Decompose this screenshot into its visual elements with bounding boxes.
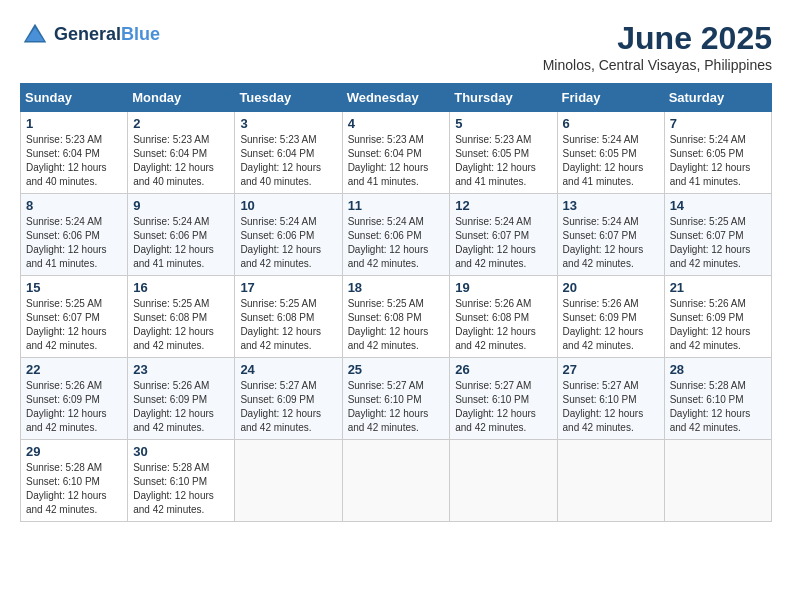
day-info: Sunrise: 5:24 AMSunset: 6:06 PMDaylight:…	[26, 215, 122, 271]
day-number: 7	[670, 116, 766, 131]
calendar-row: 22Sunrise: 5:26 AMSunset: 6:09 PMDayligh…	[21, 358, 772, 440]
calendar-cell: 13Sunrise: 5:24 AMSunset: 6:07 PMDayligh…	[557, 194, 664, 276]
calendar-row: 1Sunrise: 5:23 AMSunset: 6:04 PMDaylight…	[21, 112, 772, 194]
calendar-cell: 12Sunrise: 5:24 AMSunset: 6:07 PMDayligh…	[450, 194, 557, 276]
day-info: Sunrise: 5:25 AMSunset: 6:07 PMDaylight:…	[26, 297, 122, 353]
day-info: Sunrise: 5:28 AMSunset: 6:10 PMDaylight:…	[133, 461, 229, 517]
day-info: Sunrise: 5:24 AMSunset: 6:06 PMDaylight:…	[240, 215, 336, 271]
calendar-cell	[235, 440, 342, 522]
day-number: 5	[455, 116, 551, 131]
calendar-cell: 18Sunrise: 5:25 AMSunset: 6:08 PMDayligh…	[342, 276, 450, 358]
calendar-cell: 9Sunrise: 5:24 AMSunset: 6:06 PMDaylight…	[128, 194, 235, 276]
day-number: 24	[240, 362, 336, 377]
header-monday: Monday	[128, 84, 235, 112]
header-saturday: Saturday	[664, 84, 771, 112]
calendar-cell	[557, 440, 664, 522]
day-number: 3	[240, 116, 336, 131]
day-number: 23	[133, 362, 229, 377]
calendar-cell: 30Sunrise: 5:28 AMSunset: 6:10 PMDayligh…	[128, 440, 235, 522]
day-info: Sunrise: 5:24 AMSunset: 6:05 PMDaylight:…	[670, 133, 766, 189]
day-number: 10	[240, 198, 336, 213]
calendar-cell: 11Sunrise: 5:24 AMSunset: 6:06 PMDayligh…	[342, 194, 450, 276]
header-friday: Friday	[557, 84, 664, 112]
calendar-cell: 6Sunrise: 5:24 AMSunset: 6:05 PMDaylight…	[557, 112, 664, 194]
calendar-cell: 15Sunrise: 5:25 AMSunset: 6:07 PMDayligh…	[21, 276, 128, 358]
day-info: Sunrise: 5:27 AMSunset: 6:09 PMDaylight:…	[240, 379, 336, 435]
day-info: Sunrise: 5:23 AMSunset: 6:04 PMDaylight:…	[133, 133, 229, 189]
calendar-cell: 4Sunrise: 5:23 AMSunset: 6:04 PMDaylight…	[342, 112, 450, 194]
day-info: Sunrise: 5:25 AMSunset: 6:07 PMDaylight:…	[670, 215, 766, 271]
calendar-cell: 21Sunrise: 5:26 AMSunset: 6:09 PMDayligh…	[664, 276, 771, 358]
day-info: Sunrise: 5:26 AMSunset: 6:09 PMDaylight:…	[133, 379, 229, 435]
day-number: 14	[670, 198, 766, 213]
header-tuesday: Tuesday	[235, 84, 342, 112]
day-number: 11	[348, 198, 445, 213]
calendar-cell: 28Sunrise: 5:28 AMSunset: 6:10 PMDayligh…	[664, 358, 771, 440]
day-number: 17	[240, 280, 336, 295]
day-number: 26	[455, 362, 551, 377]
logo-text: GeneralBlue	[54, 24, 160, 46]
calendar-cell: 2Sunrise: 5:23 AMSunset: 6:04 PMDaylight…	[128, 112, 235, 194]
calendar-header-row: Sunday Monday Tuesday Wednesday Thursday…	[21, 84, 772, 112]
day-number: 4	[348, 116, 445, 131]
day-number: 21	[670, 280, 766, 295]
day-number: 13	[563, 198, 659, 213]
day-info: Sunrise: 5:23 AMSunset: 6:04 PMDaylight:…	[348, 133, 445, 189]
calendar-cell: 22Sunrise: 5:26 AMSunset: 6:09 PMDayligh…	[21, 358, 128, 440]
day-info: Sunrise: 5:24 AMSunset: 6:07 PMDaylight:…	[563, 215, 659, 271]
day-number: 2	[133, 116, 229, 131]
location-title: Minolos, Central Visayas, Philippines	[543, 57, 772, 73]
page-header: GeneralBlue June 2025 Minolos, Central V…	[20, 20, 772, 73]
calendar-row: 8Sunrise: 5:24 AMSunset: 6:06 PMDaylight…	[21, 194, 772, 276]
calendar-cell: 29Sunrise: 5:28 AMSunset: 6:10 PMDayligh…	[21, 440, 128, 522]
calendar-cell: 14Sunrise: 5:25 AMSunset: 6:07 PMDayligh…	[664, 194, 771, 276]
day-info: Sunrise: 5:27 AMSunset: 6:10 PMDaylight:…	[348, 379, 445, 435]
day-info: Sunrise: 5:25 AMSunset: 6:08 PMDaylight:…	[348, 297, 445, 353]
calendar-row: 15Sunrise: 5:25 AMSunset: 6:07 PMDayligh…	[21, 276, 772, 358]
calendar-cell: 8Sunrise: 5:24 AMSunset: 6:06 PMDaylight…	[21, 194, 128, 276]
day-info: Sunrise: 5:25 AMSunset: 6:08 PMDaylight:…	[240, 297, 336, 353]
day-number: 20	[563, 280, 659, 295]
calendar-cell: 10Sunrise: 5:24 AMSunset: 6:06 PMDayligh…	[235, 194, 342, 276]
calendar-cell: 19Sunrise: 5:26 AMSunset: 6:08 PMDayligh…	[450, 276, 557, 358]
day-number: 6	[563, 116, 659, 131]
day-number: 15	[26, 280, 122, 295]
day-number: 19	[455, 280, 551, 295]
day-info: Sunrise: 5:26 AMSunset: 6:09 PMDaylight:…	[26, 379, 122, 435]
day-number: 28	[670, 362, 766, 377]
calendar-cell: 20Sunrise: 5:26 AMSunset: 6:09 PMDayligh…	[557, 276, 664, 358]
header-wednesday: Wednesday	[342, 84, 450, 112]
day-info: Sunrise: 5:24 AMSunset: 6:07 PMDaylight:…	[455, 215, 551, 271]
calendar-cell	[450, 440, 557, 522]
day-number: 16	[133, 280, 229, 295]
day-number: 27	[563, 362, 659, 377]
day-number: 8	[26, 198, 122, 213]
calendar-cell	[664, 440, 771, 522]
day-info: Sunrise: 5:25 AMSunset: 6:08 PMDaylight:…	[133, 297, 229, 353]
day-number: 12	[455, 198, 551, 213]
day-number: 1	[26, 116, 122, 131]
day-info: Sunrise: 5:26 AMSunset: 6:09 PMDaylight:…	[670, 297, 766, 353]
calendar-cell: 3Sunrise: 5:23 AMSunset: 6:04 PMDaylight…	[235, 112, 342, 194]
calendar-cell: 16Sunrise: 5:25 AMSunset: 6:08 PMDayligh…	[128, 276, 235, 358]
day-number: 22	[26, 362, 122, 377]
calendar-cell: 27Sunrise: 5:27 AMSunset: 6:10 PMDayligh…	[557, 358, 664, 440]
day-info: Sunrise: 5:27 AMSunset: 6:10 PMDaylight:…	[563, 379, 659, 435]
calendar-cell: 25Sunrise: 5:27 AMSunset: 6:10 PMDayligh…	[342, 358, 450, 440]
header-thursday: Thursday	[450, 84, 557, 112]
day-number: 30	[133, 444, 229, 459]
day-info: Sunrise: 5:26 AMSunset: 6:08 PMDaylight:…	[455, 297, 551, 353]
calendar-table: Sunday Monday Tuesday Wednesday Thursday…	[20, 83, 772, 522]
logo: GeneralBlue	[20, 20, 160, 50]
day-info: Sunrise: 5:28 AMSunset: 6:10 PMDaylight:…	[670, 379, 766, 435]
day-number: 9	[133, 198, 229, 213]
day-info: Sunrise: 5:23 AMSunset: 6:04 PMDaylight:…	[26, 133, 122, 189]
month-title: June 2025	[543, 20, 772, 57]
calendar-cell: 17Sunrise: 5:25 AMSunset: 6:08 PMDayligh…	[235, 276, 342, 358]
calendar-cell	[342, 440, 450, 522]
day-info: Sunrise: 5:24 AMSunset: 6:06 PMDaylight:…	[348, 215, 445, 271]
calendar-cell: 7Sunrise: 5:24 AMSunset: 6:05 PMDaylight…	[664, 112, 771, 194]
calendar-row: 29Sunrise: 5:28 AMSunset: 6:10 PMDayligh…	[21, 440, 772, 522]
calendar-cell: 5Sunrise: 5:23 AMSunset: 6:05 PMDaylight…	[450, 112, 557, 194]
day-info: Sunrise: 5:24 AMSunset: 6:05 PMDaylight:…	[563, 133, 659, 189]
